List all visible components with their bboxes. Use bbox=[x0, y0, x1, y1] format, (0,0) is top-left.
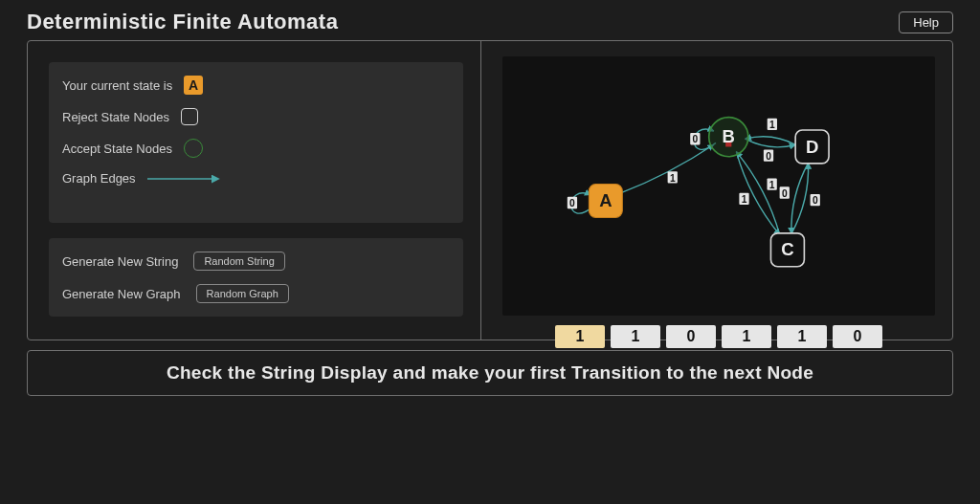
graph-node-label: A bbox=[599, 190, 612, 210]
left-panel: Your current state is A Reject State Nod… bbox=[28, 41, 481, 340]
edge-label: 1 bbox=[742, 194, 747, 205]
page-title: Deterministic Finite Automata bbox=[27, 10, 338, 34]
graph-edge bbox=[746, 137, 796, 145]
graph-edge bbox=[746, 139, 796, 147]
edge-label: 1 bbox=[769, 180, 775, 190]
current-state-badge: A bbox=[184, 76, 203, 95]
help-button[interactable]: Help bbox=[899, 11, 953, 33]
edges-legend-label: Graph Edges bbox=[62, 171, 136, 186]
edge-arrow-icon bbox=[147, 174, 224, 184]
graph-edge bbox=[620, 144, 713, 193]
automaton-canvas[interactable]: 010011100ABCD bbox=[502, 56, 935, 316]
graph-edge bbox=[791, 163, 809, 233]
generate-graph-label: Generate New Graph bbox=[62, 287, 181, 301]
edge-label: 0 bbox=[569, 198, 575, 208]
random-string-button[interactable]: Random String bbox=[193, 252, 284, 271]
input-string-display: 110110 bbox=[502, 325, 935, 348]
main-panel: Your current state is A Reject State Nod… bbox=[27, 40, 953, 340]
legend-box: Your current state is A Reject State Nod… bbox=[49, 62, 463, 223]
graph-node-label: C bbox=[781, 239, 793, 259]
current-state-label: Your current state is bbox=[62, 78, 172, 93]
generator-box: Generate New String Random String Genera… bbox=[49, 238, 463, 317]
hint-message: Check the String Display and make your f… bbox=[27, 350, 953, 396]
reject-legend-label: Reject State Nodes bbox=[62, 110, 169, 124]
right-panel: 010011100ABCD 110110 bbox=[481, 41, 952, 340]
graph-node-label: B bbox=[723, 126, 735, 146]
random-graph-button[interactable]: Random Graph bbox=[196, 284, 289, 303]
generate-string-label: Generate New String bbox=[62, 254, 178, 269]
input-symbol-tile: 1 bbox=[722, 325, 771, 348]
edge-label: 0 bbox=[813, 195, 818, 206]
graph-edge bbox=[791, 163, 809, 233]
input-symbol-tile: 1 bbox=[611, 325, 660, 348]
accept-node-icon bbox=[184, 139, 203, 158]
edge-label: 0 bbox=[766, 151, 771, 162]
input-symbol-tile: 0 bbox=[833, 325, 882, 348]
edge-label: 0 bbox=[692, 134, 698, 144]
accept-legend-label: Accept State Nodes bbox=[62, 142, 172, 156]
reject-node-icon bbox=[181, 108, 198, 125]
input-symbol-tile: 1 bbox=[777, 325, 827, 348]
edge-label: 1 bbox=[769, 120, 775, 130]
edge-label: 1 bbox=[670, 173, 676, 184]
edge-label: 0 bbox=[782, 188, 788, 199]
input-symbol-tile: 1 bbox=[555, 325, 605, 348]
input-symbol-tile: 0 bbox=[666, 325, 716, 348]
graph-node-label: D bbox=[806, 137, 818, 157]
